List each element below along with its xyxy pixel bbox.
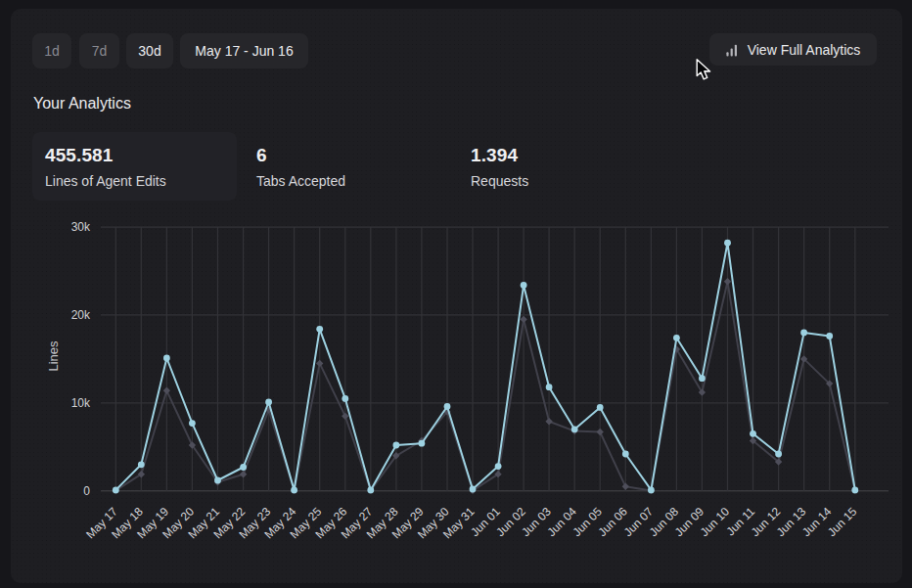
svg-text:10k: 10k [71,396,91,410]
svg-text:0: 0 [83,484,90,498]
svg-text:20k: 20k [71,308,91,322]
svg-text:Jun 10: Jun 10 [698,504,733,539]
svg-text:Lines: Lines [46,340,61,372]
svg-text:30k: 30k [71,220,91,234]
svg-text:Jun 15: Jun 15 [825,504,860,539]
